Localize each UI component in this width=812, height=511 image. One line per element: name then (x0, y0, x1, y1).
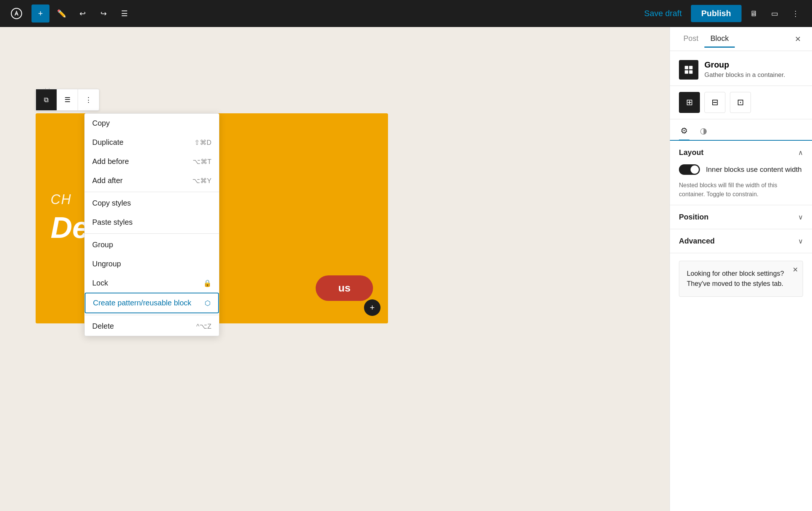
svg-rect-2 (685, 70, 688, 74)
tooltip-box: Looking for other block settings? They'v… (679, 261, 803, 297)
context-paste-styles[interactable]: Paste styles (85, 213, 219, 232)
context-delete[interactable]: Delete ^⌥Z (85, 317, 219, 336)
layout-chevron-icon: ∧ (798, 149, 803, 157)
context-group[interactable]: Group (85, 235, 219, 254)
delete-label: Delete (92, 322, 114, 331)
stack-icon: ⊡ (737, 98, 744, 107)
context-ungroup[interactable]: Ungroup (85, 254, 219, 274)
duplicate-shortcut: ⇧⌘D (194, 138, 211, 147)
undo-button[interactable]: ↩ (73, 5, 91, 23)
grid-icon: ⊞ (686, 98, 693, 107)
duplicate-label: Duplicate (92, 138, 123, 147)
add-before-shortcut: ⌥⌘T (193, 158, 211, 166)
right-panel: Post Block ✕ Group Gather blocks in a co… (670, 27, 812, 511)
cta-button[interactable]: us (316, 275, 373, 301)
block-toolbar: ⧉ ☰ ⋮ (36, 89, 99, 111)
settings-style-tabs: ⚙ ◑ (670, 119, 812, 141)
block-align-button[interactable]: ☰ (57, 89, 78, 110)
undo-icon: ↩ (79, 9, 86, 18)
dots-icon: ⋮ (85, 96, 92, 104)
advanced-section-header[interactable]: Advanced ∨ (670, 229, 812, 253)
delete-shortcut: ^⌥Z (196, 322, 211, 331)
panel-tabs: Post Block ✕ (670, 27, 812, 51)
toggle-desc: Nested blocks will fill the width of thi… (670, 181, 812, 205)
save-draft-button[interactable]: Save draft (638, 6, 688, 21)
position-section-title: Position (679, 213, 709, 221)
position-section-header[interactable]: Position ∨ (670, 205, 812, 229)
settings-tab-gear[interactable]: ⚙ (679, 122, 689, 141)
tooltip-close-button[interactable]: ✕ (793, 266, 798, 274)
block-more-button[interactable]: ⋮ (78, 89, 99, 110)
context-add-before[interactable]: Add before ⌥⌘T (85, 152, 219, 171)
lock-icon: 🔒 (203, 279, 211, 287)
close-icon: ✕ (795, 35, 801, 44)
tab-post[interactable]: Post (677, 30, 704, 48)
paste-styles-label: Paste styles (92, 218, 133, 227)
add-inner-block-button[interactable]: + (364, 299, 381, 316)
block-info: Group Gather blocks in a container. (670, 51, 812, 86)
layout-section-header[interactable]: Layout ∧ (670, 141, 812, 164)
layout-btn-row[interactable]: ⊟ (704, 92, 725, 113)
main-content: ...title... ⧉ ☰ ⋮ Copy Duplicate ⇧⌘D (0, 27, 812, 511)
advanced-section: Advanced ∨ (670, 229, 812, 253)
advanced-chevron-icon: ∨ (798, 237, 803, 245)
context-copy[interactable]: Copy (85, 114, 219, 133)
context-lock[interactable]: Lock 🔒 (85, 274, 219, 293)
gear-icon: ⚙ (680, 126, 688, 135)
create-pattern-icon: ⬡ (205, 299, 211, 307)
context-add-after[interactable]: Add after ⌥⌘Y (85, 171, 219, 190)
layout-btn-stack[interactable]: ⊡ (730, 92, 751, 113)
position-section: Position ∨ (670, 205, 812, 229)
more-options-button[interactable]: ⋮ (787, 5, 805, 23)
svg-rect-3 (689, 70, 692, 74)
block-icon (679, 60, 698, 80)
select-icon: ⧉ (44, 96, 49, 104)
monitor-icon: 🖥 (750, 9, 757, 18)
view-button[interactable]: 🖥 (745, 5, 763, 23)
block-layout-options: ⊞ ⊟ ⊡ (670, 86, 812, 119)
list-view-button[interactable]: ☰ (115, 5, 133, 23)
add-after-label: Add after (92, 176, 123, 185)
layout-btn-grid[interactable]: ⊞ (679, 92, 700, 113)
redo-button[interactable]: ↪ (94, 5, 112, 23)
cta-button-container: us (316, 275, 373, 301)
layout-section-title: Layout (679, 148, 704, 157)
inner-blocks-toggle[interactable] (679, 164, 700, 175)
tooltip-text: Looking for other block settings? They'v… (687, 270, 784, 287)
advanced-section-title: Advanced (679, 237, 715, 245)
add-after-shortcut: ⌥⌘Y (192, 177, 211, 185)
ungroup-label: Ungroup (92, 260, 121, 268)
redo-icon: ↪ (100, 9, 107, 18)
pencil-icon: ✏️ (57, 9, 66, 18)
settings-tab-style[interactable]: ◑ (698, 122, 709, 141)
sidebar-toggle-button[interactable]: ▭ (766, 5, 784, 23)
context-copy-styles[interactable]: Copy styles (85, 194, 219, 213)
align-icon: ☰ (64, 96, 70, 104)
publish-button[interactable]: Publish (691, 5, 742, 22)
layout-section: Layout ∧ Inner blocks use content width … (670, 141, 812, 205)
row-icon: ⊟ (712, 98, 718, 107)
tooltip-close-icon: ✕ (793, 266, 798, 274)
add-block-button[interactable]: + (31, 5, 49, 23)
svg-rect-0 (685, 66, 688, 69)
context-duplicate[interactable]: Duplicate ⇧⌘D (85, 133, 219, 152)
copy-styles-label: Copy styles (92, 199, 131, 207)
list-icon: ☰ (121, 9, 128, 18)
divider-3 (85, 315, 219, 315)
cta-label: us (338, 282, 351, 294)
add-block-plus-icon: + (370, 303, 375, 313)
context-create-pattern[interactable]: Create pattern/reusable block ⬡ (85, 293, 219, 313)
panel-close-button[interactable]: ✕ (791, 32, 805, 46)
lock-label: Lock (92, 279, 108, 287)
add-before-label: Add before (92, 157, 129, 166)
topbar: + ✏️ ↩ ↪ ☰ Save draft Publish 🖥 ▭ ⋮ (0, 0, 812, 27)
ellipsis-icon: ⋮ (792, 9, 799, 18)
tab-block[interactable]: Block (704, 30, 735, 48)
tools-button[interactable]: ✏️ (52, 5, 70, 23)
block-select-button[interactable]: ⧉ (36, 89, 57, 110)
divider-1 (85, 192, 219, 192)
block-desc: Gather blocks in a container. (704, 71, 785, 79)
sidebar-icon: ▭ (771, 9, 778, 18)
position-chevron-icon: ∨ (798, 213, 803, 221)
block-info-text: Group Gather blocks in a container. (704, 60, 785, 79)
